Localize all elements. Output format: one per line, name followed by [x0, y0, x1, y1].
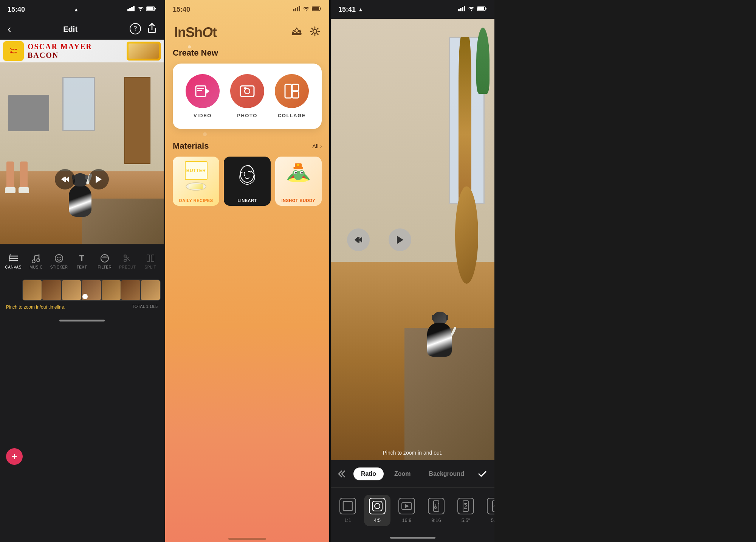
svg-rect-28 [295, 8, 296, 11]
home-bar-1 [0, 316, 164, 325]
wifi-icon-3 [468, 6, 475, 13]
tool-split[interactable]: SPLIT [139, 250, 162, 272]
recipes-label: DAILY RECIPES [173, 198, 219, 203]
help-button[interactable]: ? [130, 23, 141, 34]
ratio-tabs: Ratio Zoom Background [353, 467, 472, 480]
canvas-icon [8, 253, 19, 264]
ratio-option-4-5[interactable]: 4:5 [364, 495, 390, 526]
svg-point-55 [295, 172, 297, 174]
split-label: SPLIT [145, 265, 156, 269]
music-icon [31, 253, 42, 264]
svg-rect-5 [147, 7, 153, 10]
svg-rect-27 [293, 9, 294, 11]
ratio-option-5-8[interactable]: 5.8" [482, 495, 494, 526]
sticker-icon [54, 253, 64, 264]
create-new-title: Create New [173, 48, 322, 58]
home-bar-3 [331, 533, 494, 542]
skip-back-button-1[interactable] [55, 169, 75, 189]
skip-back-button-3[interactable] [347, 228, 370, 251]
ratio-icon-9-16 [428, 498, 445, 514]
battery-icon-1 [146, 6, 156, 13]
home-indicator-3 [390, 537, 435, 539]
material-recipes[interactable]: BUTTER DAILY RECIPES [173, 157, 219, 206]
tool-precut[interactable]: PRECUT [116, 250, 139, 272]
svg-rect-46 [292, 84, 299, 91]
tool-filter[interactable]: FILTER [93, 250, 116, 272]
materials-title: Materials [173, 141, 209, 151]
timeline-thumb [121, 280, 140, 300]
sparkle-2 [297, 68, 299, 70]
ratio-label-4-5: 4:5 [374, 517, 381, 523]
chevron-icon: › [320, 143, 322, 149]
timeline-total: TOTAL 1:16.5 [132, 304, 158, 309]
wifi-icon-1 [137, 6, 144, 13]
svg-marker-73 [405, 504, 409, 508]
buddy-image [284, 161, 313, 191]
crown-icon[interactable] [291, 27, 302, 38]
svg-rect-2 [131, 7, 133, 11]
ratio-option-16-9[interactable]: 16:9 [393, 495, 420, 526]
battery-icon-2 [312, 6, 322, 13]
ratio-tab-ratio[interactable]: Ratio [353, 467, 384, 480]
materials-section: Materials All › BUTTER DAILY [173, 141, 322, 206]
signal-icon-1 [127, 6, 135, 13]
sticker-label: STICKER [50, 265, 68, 269]
all-link[interactable]: All › [312, 143, 322, 149]
add-button-1[interactable]: + [6, 448, 23, 465]
location-icon-3: ▲ [358, 6, 363, 12]
ratio-options: 1:1 4:5 16:9 [331, 488, 494, 533]
filter-label: FILTER [98, 265, 112, 269]
svg-rect-74 [434, 501, 439, 511]
confirm-button[interactable] [476, 466, 488, 481]
back-check-button[interactable] [337, 466, 349, 481]
ratio-option-5-5[interactable]: 5.5" [452, 495, 479, 526]
svg-marker-70 [397, 236, 403, 244]
material-buddy[interactable]: INSHOT BUDDY [275, 157, 322, 206]
header-icons [291, 26, 320, 39]
svg-rect-32 [312, 7, 319, 10]
svg-rect-38 [196, 86, 206, 96]
ratio-option-9-16[interactable]: 9:16 [423, 495, 449, 526]
panel3-bottom: Ratio Zoom Background 1:1 [331, 460, 494, 533]
svg-point-19 [60, 257, 61, 258]
time-2: 15:40 [173, 6, 190, 14]
ratio-tab-background[interactable]: Background [421, 467, 472, 480]
svg-point-17 [55, 255, 63, 262]
video-frame-1 [0, 62, 164, 244]
home-indicator-2 [228, 538, 266, 540]
ratio-label-16-9: 16:9 [402, 517, 411, 523]
create-collage-item[interactable]: COLLAGE [275, 74, 309, 118]
tool-music[interactable]: MUSIC [25, 250, 47, 272]
create-video-item[interactable]: VIDEO [186, 74, 220, 118]
play-button-3[interactable] [389, 228, 411, 251]
svg-rect-76 [463, 501, 468, 511]
back-button[interactable]: ‹ [8, 23, 11, 35]
svg-rect-30 [299, 6, 300, 11]
svg-point-15 [32, 260, 35, 263]
material-lineart[interactable]: LINEART [224, 157, 270, 206]
sparkle-5 [203, 132, 207, 136]
tool-text[interactable]: T TEXT [70, 250, 93, 272]
timeline-thumb [141, 280, 160, 300]
svg-marker-41 [206, 88, 209, 94]
play-button-1[interactable] [88, 169, 109, 189]
ratio-tab-zoom[interactable]: Zoom [387, 467, 418, 480]
location-icon-1: ▲ [74, 6, 79, 12]
lineart-label: LINEART [224, 198, 270, 203]
svg-rect-0 [127, 9, 129, 11]
share-button[interactable] [148, 23, 156, 35]
time-1: 15:40 [8, 6, 25, 14]
ratio-option-1-1[interactable]: 1:1 [335, 495, 361, 526]
instagram-icon [372, 501, 383, 511]
svg-rect-36 [292, 34, 301, 35]
panel-edit: 15:40 ▲ ‹ Edit ? OscarMayer [0, 0, 164, 542]
gear-icon[interactable] [310, 26, 320, 39]
ratio-label-1-1: 1:1 [344, 517, 351, 523]
buddy-label: INSHOT BUDDY [275, 198, 322, 203]
create-photo-item[interactable]: PHOTO [230, 74, 264, 118]
tool-canvas[interactable]: CANVAS [2, 250, 25, 272]
tool-sticker[interactable]: STICKER [48, 250, 70, 272]
ad-banner[interactable]: OscarMayer OSCAR MAYER BACON [0, 40, 164, 62]
ad-text: OSCAR MAYER BACON [28, 42, 123, 60]
svg-rect-3 [133, 6, 135, 11]
